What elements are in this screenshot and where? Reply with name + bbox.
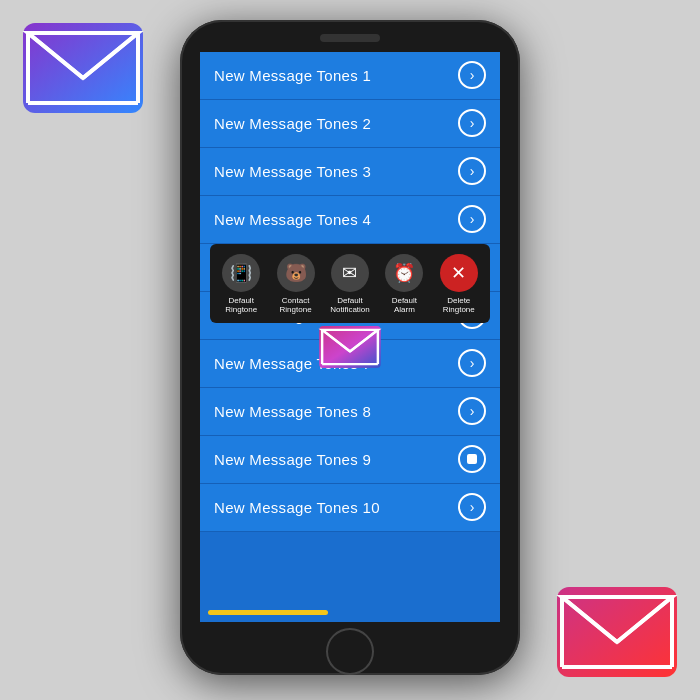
contact-ringtone-icon: 🐻 bbox=[277, 254, 315, 292]
default-alarm-icon: ⏰ bbox=[385, 254, 423, 292]
popup-icons-row: 📳 DefaultRingtone 🐻 ContactRingtone ✉ De… bbox=[214, 254, 486, 315]
tone-label-2: New Message Tones 2 bbox=[214, 115, 371, 132]
default-notification-label: DefaultNotification bbox=[330, 296, 370, 315]
svg-rect-14 bbox=[319, 326, 381, 368]
phone-frame: New Message Tones 1›New Message Tones 2›… bbox=[180, 20, 520, 675]
phone-screen: New Message Tones 1›New Message Tones 2›… bbox=[200, 52, 500, 604]
phone-bottom-bar bbox=[200, 604, 500, 622]
progress-bar bbox=[208, 610, 328, 615]
tone-chevron-3[interactable]: › bbox=[458, 157, 486, 185]
email-logo-topleft bbox=[18, 18, 148, 118]
tone-chevron-8[interactable]: › bbox=[458, 397, 486, 425]
tone-label-9: New Message Tones 9 bbox=[214, 451, 371, 468]
tone-chevron-4[interactable]: › bbox=[458, 205, 486, 233]
tone-item-10[interactable]: New Message Tones 10› bbox=[200, 484, 500, 532]
default-ringtone-label: DefaultRingtone bbox=[225, 296, 257, 315]
popup-default-ringtone[interactable]: 📳 DefaultRingtone bbox=[215, 254, 267, 315]
default-alarm-label: DefaultAlarm bbox=[392, 296, 417, 315]
tone-label-3: New Message Tones 3 bbox=[214, 163, 371, 180]
tone-item-8[interactable]: New Message Tones 8› bbox=[200, 388, 500, 436]
tone-label-8: New Message Tones 8 bbox=[214, 403, 371, 420]
popup-box: 📳 DefaultRingtone 🐻 ContactRingtone ✉ De… bbox=[210, 244, 490, 323]
tone-item-9[interactable]: New Message Tones 9 bbox=[200, 436, 500, 484]
tone-label-1: New Message Tones 1 bbox=[214, 67, 371, 84]
tone-label-4: New Message Tones 4 bbox=[214, 211, 371, 228]
tone-stop-9[interactable] bbox=[458, 445, 486, 473]
svg-rect-0 bbox=[23, 23, 143, 113]
phone-home-button[interactable] bbox=[326, 628, 374, 675]
popup-mini-logo bbox=[318, 325, 382, 369]
popup-contact-ringtone[interactable]: 🐻 ContactRingtone bbox=[270, 254, 322, 315]
popup-overlay: 📳 DefaultRingtone 🐻 ContactRingtone ✉ De… bbox=[200, 244, 500, 369]
popup-default-alarm[interactable]: ⏰ DefaultAlarm bbox=[378, 254, 430, 315]
popup-default-notification[interactable]: ✉ DefaultNotification bbox=[324, 254, 376, 315]
svg-rect-7 bbox=[557, 587, 677, 677]
popup-delete-ringtone[interactable]: ✕ DeleteRingtone bbox=[433, 254, 485, 315]
tone-stop-inner-9 bbox=[467, 454, 477, 464]
tone-chevron-1[interactable]: › bbox=[458, 61, 486, 89]
email-logo-bottomright bbox=[552, 582, 682, 682]
tone-item-2[interactable]: New Message Tones 2› bbox=[200, 100, 500, 148]
tone-chevron-2[interactable]: › bbox=[458, 109, 486, 137]
tone-label-10: New Message Tones 10 bbox=[214, 499, 380, 516]
delete-ringtone-icon: ✕ bbox=[440, 254, 478, 292]
delete-ringtone-label: DeleteRingtone bbox=[443, 296, 475, 315]
contact-ringtone-label: ContactRingtone bbox=[280, 296, 312, 315]
default-ringtone-icon: 📳 bbox=[222, 254, 260, 292]
tone-item-4[interactable]: New Message Tones 4› bbox=[200, 196, 500, 244]
tone-item-3[interactable]: New Message Tones 3› bbox=[200, 148, 500, 196]
phone-speaker bbox=[320, 34, 380, 42]
tone-item-1[interactable]: New Message Tones 1› bbox=[200, 52, 500, 100]
tone-chevron-10[interactable]: › bbox=[458, 493, 486, 521]
default-notification-icon: ✉ bbox=[331, 254, 369, 292]
